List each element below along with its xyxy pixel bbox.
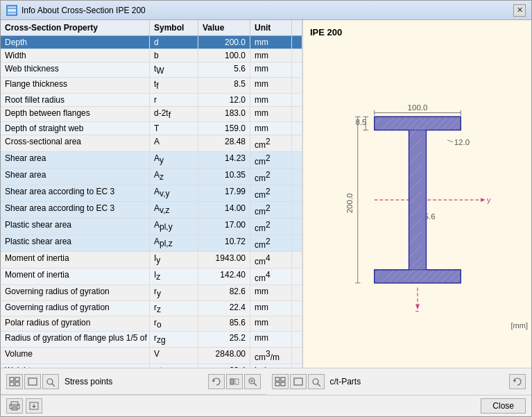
cell-value: 82.6 bbox=[198, 285, 250, 300]
cell-property: Plastic shear area bbox=[1, 235, 150, 251]
cell-unit: mm bbox=[250, 36, 292, 49]
main-content: Cross-Section Property Symbol Value Unit… bbox=[1, 20, 531, 368]
ct-parts-label: c/t-Parts bbox=[330, 377, 361, 386]
cell-property: Depth of straight web bbox=[1, 122, 150, 135]
cell-property: Width bbox=[1, 49, 150, 62]
ipe-cross-section-diagram: 100.0 8.5 12.0 200.0 5.6 bbox=[338, 90, 497, 312]
table-row[interactable]: Plastic shear areaApl,y17.00cm2 bbox=[1, 219, 302, 235]
cell-symbol: Av,z bbox=[150, 202, 198, 218]
svg-rect-87 bbox=[294, 378, 302, 385]
table-row[interactable]: Depthd200.0mm bbox=[1, 36, 302, 49]
table-row[interactable]: Shear area according to EC 3Av,y17.99cm2 bbox=[1, 185, 302, 202]
cell-property: Shear area bbox=[1, 169, 150, 185]
table-row[interactable]: Cross-sectional areaA28.48cm2 bbox=[1, 135, 302, 152]
window-close-button[interactable]: ✕ bbox=[513, 4, 526, 17]
col-scroll bbox=[292, 20, 302, 35]
table-row[interactable]: Shear areaAz10.35cm2 bbox=[1, 169, 302, 185]
cell-property: Depth bbox=[1, 36, 150, 49]
cell-property: Cross-sectional area bbox=[1, 135, 150, 151]
svg-text:12.0: 12.0 bbox=[454, 137, 469, 146]
ct-zoom-icon[interactable] bbox=[308, 374, 325, 389]
cell-unit: cm3/m bbox=[250, 348, 292, 364]
table-body[interactable]: Depthd200.0mmWidthb100.0mmWeb thicknesst… bbox=[1, 36, 302, 368]
cell-unit: mm bbox=[250, 107, 292, 121]
cell-value: 10.72 bbox=[198, 235, 250, 251]
table-row[interactable]: Widthb100.0mm bbox=[1, 49, 302, 62]
cell-unit: cm2 bbox=[250, 152, 292, 168]
cell-unit: mm bbox=[250, 122, 292, 135]
print-icon[interactable] bbox=[6, 398, 23, 414]
table-row[interactable]: Depth between flangesd-2tf183.0mm bbox=[1, 107, 302, 122]
cell-symbol: V bbox=[150, 348, 198, 364]
table-row[interactable]: Moment of inertiaIy1943.00cm4 bbox=[1, 252, 302, 269]
export-icon[interactable] bbox=[26, 398, 42, 414]
svg-rect-77 bbox=[230, 379, 234, 384]
cell-symbol: ro bbox=[150, 316, 198, 331]
cell-property: Plastic shear area bbox=[1, 219, 150, 235]
flip-icon[interactable] bbox=[226, 374, 243, 389]
svg-rect-78 bbox=[235, 379, 239, 384]
table-row[interactable]: Shear areaAy14.23cm2 bbox=[1, 152, 302, 169]
cell-value: 14.23 bbox=[198, 152, 250, 168]
cell-property: Root fillet radius bbox=[1, 94, 150, 106]
rotate-icon[interactable] bbox=[208, 374, 225, 389]
cell-property: Governing radius of gyration bbox=[1, 301, 150, 316]
cell-symbol: d-2tf bbox=[150, 107, 198, 121]
bottom-bar: Stress points bbox=[1, 368, 531, 416]
cell-unit: cm2 bbox=[250, 135, 292, 151]
cell-symbol: ry bbox=[150, 285, 198, 300]
mm-label: [mm] bbox=[511, 321, 528, 330]
table-row[interactable]: Plastic shear areaApl,z10.72cm2 bbox=[1, 235, 302, 252]
svg-point-74 bbox=[47, 379, 53, 384]
table-row[interactable]: VolumeV2848.00cm3/m bbox=[1, 348, 302, 364]
cell-property: Moment of inertia bbox=[1, 269, 150, 284]
search2-icon[interactable] bbox=[244, 374, 261, 389]
stress-zoom-icon[interactable] bbox=[42, 374, 59, 389]
diagram-section: IPE 200 100.0 8.5 12.0 bbox=[303, 20, 531, 368]
cell-unit: mm bbox=[250, 78, 292, 92]
table-row[interactable]: Polar radius of gyrationro85.6mm bbox=[1, 316, 302, 332]
cell-symbol: Az bbox=[150, 169, 198, 185]
rotate2-icon[interactable] bbox=[509, 374, 526, 389]
svg-rect-69 bbox=[10, 377, 14, 381]
window-title: Info About Cross-Section IPE 200 bbox=[22, 6, 146, 15]
cell-property: Polar radius of gyration bbox=[1, 316, 150, 331]
ct-grid-icon[interactable] bbox=[272, 374, 289, 389]
cell-property: Flange thickness bbox=[1, 78, 150, 92]
cell-value: 200.0 bbox=[198, 36, 250, 49]
cell-property: Governing radius of gyration bbox=[1, 285, 150, 300]
cell-symbol: rzg bbox=[150, 332, 198, 346]
svg-marker-20 bbox=[481, 198, 486, 202]
cell-value: 142.40 bbox=[198, 269, 250, 284]
cell-property: Web thickness bbox=[1, 62, 150, 77]
stress-rect-icon[interactable] bbox=[24, 374, 41, 389]
cell-value: 1943.00 bbox=[198, 252, 250, 268]
stress-grid-icon[interactable] bbox=[6, 374, 23, 389]
diagram-area: 100.0 8.5 12.0 200.0 5.6 bbox=[310, 41, 524, 361]
table-row[interactable]: Governing radius of gyrationry82.6mm bbox=[1, 285, 302, 300]
col-symbol: Symbol bbox=[150, 20, 198, 35]
col-value: Value bbox=[198, 20, 250, 35]
table-row[interactable]: Radius of gyration of flange plus 1/5 of… bbox=[1, 332, 302, 347]
cell-value: 100.0 bbox=[198, 49, 250, 62]
table-row[interactable]: Shear area according to EC 3Av,z14.00cm2 bbox=[1, 202, 302, 219]
cell-value: 17.99 bbox=[198, 185, 250, 201]
cell-property: Shear area according to EC 3 bbox=[1, 185, 150, 201]
ct-rect-icon[interactable] bbox=[290, 374, 307, 389]
cell-symbol: Apl,y bbox=[150, 219, 198, 235]
table-row[interactable]: Flange thicknesstf8.5mm bbox=[1, 78, 302, 93]
svg-marker-96 bbox=[32, 406, 36, 408]
cell-property: Radius of gyration of flange plus 1/5 of… bbox=[1, 332, 150, 346]
cell-unit: mm bbox=[250, 285, 292, 300]
cell-symbol: b bbox=[150, 49, 198, 62]
table-row[interactable]: Governing radius of gyrationrz22.4mm bbox=[1, 301, 302, 316]
diagram-title: IPE 200 bbox=[310, 27, 524, 37]
table-row[interactable]: Moment of inertiaIz142.40cm4 bbox=[1, 269, 302, 285]
table-row[interactable]: Web thicknesstW5.6mm bbox=[1, 62, 302, 78]
close-button[interactable]: Close bbox=[481, 398, 526, 414]
table-row[interactable]: Root fillet radiusr12.0mm bbox=[1, 94, 302, 107]
table-row[interactable]: Depth of straight webT159.0mm bbox=[1, 122, 302, 135]
cell-value: 159.0 bbox=[198, 122, 250, 135]
cell-symbol: Apl,z bbox=[150, 235, 198, 251]
cell-property: Moment of inertia bbox=[1, 252, 150, 268]
